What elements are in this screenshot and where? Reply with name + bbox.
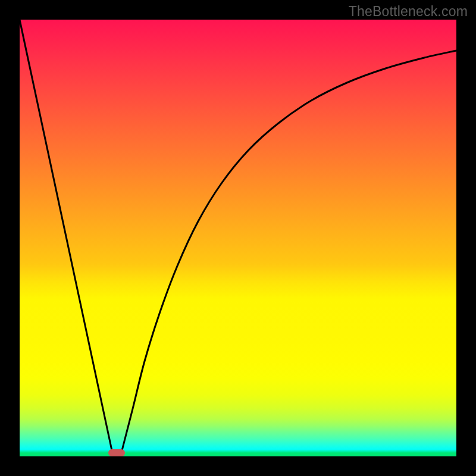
watermark-text: TheBottleneck.com bbox=[349, 4, 468, 20]
chart-plot-area bbox=[20, 20, 456, 456]
chart-frame: TheBottleneck.com bbox=[0, 0, 476, 476]
chart-curve bbox=[20, 20, 456, 456]
chart-min-marker bbox=[108, 449, 125, 456]
chart-right-curve bbox=[122, 51, 456, 450]
chart-left-descent bbox=[20, 20, 112, 450]
